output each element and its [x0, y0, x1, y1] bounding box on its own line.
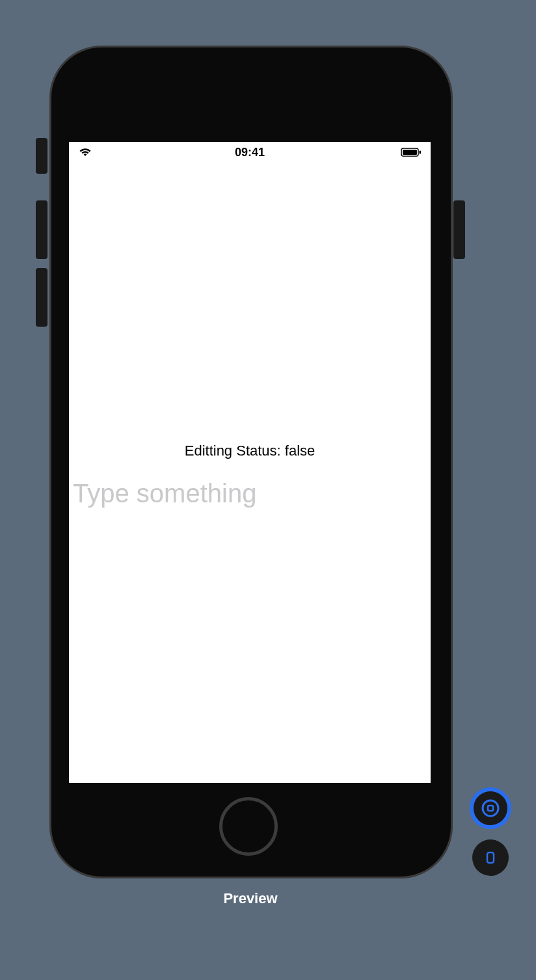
preview-label: Preview [0, 890, 501, 907]
svg-point-3 [483, 800, 498, 816]
status-time: 09:41 [235, 146, 265, 159]
power-button[interactable] [453, 200, 465, 259]
editing-status-text: Editting Status: false [69, 442, 431, 459]
battery-icon [401, 148, 422, 157]
svg-rect-1 [403, 150, 417, 155]
silent-switch[interactable] [36, 138, 47, 174]
text-input[interactable] [69, 479, 431, 508]
svg-rect-2 [420, 151, 422, 154]
screen: 09:41 Editting Status: false [69, 142, 431, 783]
volume-up-button[interactable] [36, 200, 47, 259]
status-bar: 09:41 [69, 142, 431, 163]
content-area: Editting Status: false [69, 163, 431, 508]
svg-rect-4 [488, 806, 493, 811]
home-button[interactable] [219, 797, 278, 856]
floating-action-secondary[interactable] [472, 839, 509, 876]
svg-rect-5 [487, 852, 494, 863]
volume-down-button[interactable] [36, 268, 47, 327]
wifi-icon [78, 147, 92, 157]
floating-action-primary[interactable] [470, 787, 511, 829]
